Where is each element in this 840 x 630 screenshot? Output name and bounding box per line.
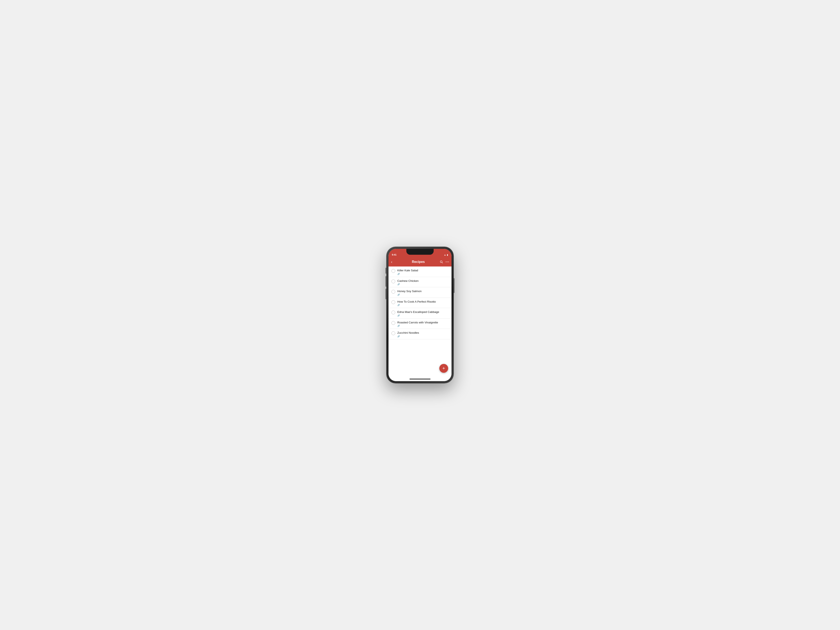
svg-point-2 bbox=[446, 262, 447, 262]
recipe-checkbox[interactable] bbox=[392, 279, 395, 283]
svg-point-3 bbox=[447, 262, 448, 262]
recipe-link-icon[interactable]: 🔗 bbox=[397, 325, 438, 327]
recipe-checkbox[interactable] bbox=[392, 332, 395, 335]
recipe-checkbox[interactable] bbox=[392, 290, 395, 294]
recipe-name: Roasted Carrots with Vinaigrette bbox=[397, 321, 438, 324]
recipe-name: Killer Kale Salad bbox=[397, 268, 418, 272]
svg-point-4 bbox=[448, 262, 449, 262]
more-icon bbox=[445, 261, 449, 262]
recipe-checkbox[interactable] bbox=[392, 269, 395, 273]
recipe-list-item[interactable]: Roasted Carrots with Vinaigrette🔗 bbox=[388, 319, 452, 329]
recipe-list-item[interactable]: Zucchini Noodles🔗 bbox=[388, 329, 452, 339]
recipe-list-item[interactable]: How To Cook A Perfect Risotto🔗 bbox=[388, 298, 452, 308]
recipe-list-item[interactable]: Cashew Chicken🔗 bbox=[388, 277, 452, 287]
recipe-checkbox[interactable] bbox=[392, 321, 395, 325]
recipe-name: Edna Mae's Escalloped Cabbage bbox=[397, 310, 439, 314]
volume-down-button[interactable] bbox=[385, 289, 387, 299]
recipe-list-item[interactable]: Edna Mae's Escalloped Cabbage🔗 bbox=[388, 308, 452, 319]
recipe-list-item[interactable]: Killer Kale Salad🔗 bbox=[388, 267, 452, 277]
battery-icon: ▮ bbox=[447, 254, 448, 256]
recipe-list-item[interactable]: Honey Soy Salmon🔗 bbox=[388, 287, 452, 298]
notch bbox=[406, 249, 434, 255]
home-indicator bbox=[409, 379, 431, 379]
nav-bar: ‹ Recipes bbox=[388, 257, 452, 267]
wifi-icon: ▲ bbox=[444, 254, 446, 256]
volume-up-button[interactable] bbox=[385, 276, 387, 287]
recipe-checkbox[interactable] bbox=[392, 311, 395, 314]
recipe-name: How To Cook A Perfect Risotto bbox=[397, 300, 436, 304]
recipe-link-icon[interactable]: 🔗 bbox=[397, 335, 419, 338]
recipe-list: Killer Kale Salad🔗Cashew Chicken🔗Honey S… bbox=[388, 267, 452, 381]
recipe-link-icon[interactable]: 🔗 bbox=[397, 283, 418, 286]
recipe-name: Cashew Chicken bbox=[397, 279, 418, 283]
nav-actions bbox=[440, 260, 449, 264]
phone-screen: 9:41 ▲ ▮ ‹ Recipes bbox=[388, 249, 452, 381]
mute-button[interactable] bbox=[385, 268, 387, 274]
back-button[interactable]: ‹ bbox=[391, 260, 397, 264]
search-button[interactable] bbox=[440, 260, 443, 264]
add-recipe-button[interactable]: + bbox=[439, 364, 448, 373]
more-button[interactable] bbox=[445, 261, 449, 262]
recipe-link-icon[interactable]: 🔗 bbox=[397, 273, 418, 275]
recipe-checkbox[interactable] bbox=[392, 300, 395, 304]
nav-title: Recipes bbox=[397, 260, 440, 264]
svg-line-1 bbox=[442, 262, 443, 263]
recipe-link-icon[interactable]: 🔗 bbox=[397, 314, 439, 317]
status-icons: ▲ ▮ bbox=[444, 254, 448, 256]
recipe-link-icon[interactable]: 🔗 bbox=[397, 294, 422, 296]
phone-frame: 9:41 ▲ ▮ ‹ Recipes bbox=[387, 247, 453, 383]
status-time: 9:41 bbox=[392, 253, 396, 256]
search-icon bbox=[440, 260, 443, 264]
recipe-link-icon[interactable]: 🔗 bbox=[397, 304, 436, 306]
recipe-name: Honey Soy Salmon bbox=[397, 289, 422, 293]
power-button[interactable] bbox=[453, 278, 455, 293]
recipe-name: Zucchini Noodles bbox=[397, 331, 419, 335]
